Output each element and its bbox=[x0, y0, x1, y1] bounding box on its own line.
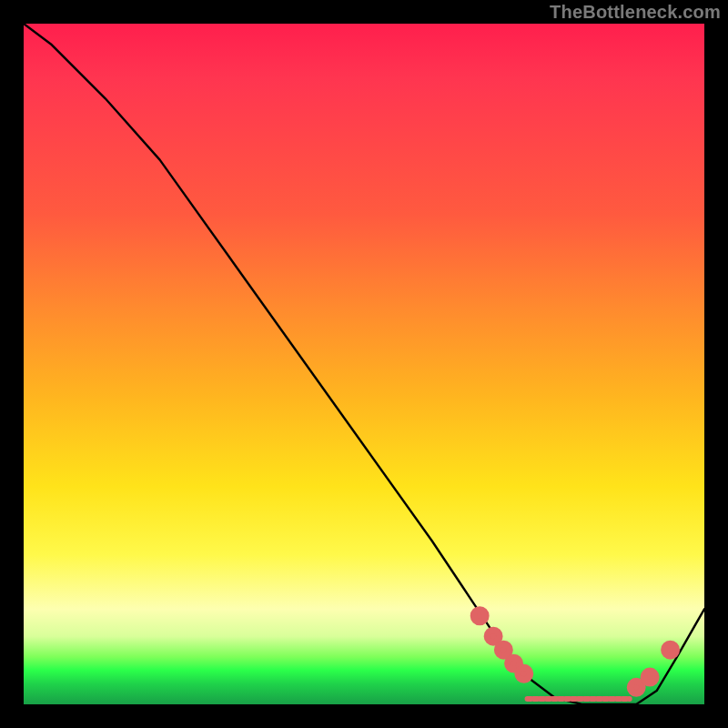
svg-point-2 bbox=[487, 630, 499, 642]
svg-point-3 bbox=[498, 643, 510, 655]
svg-point-6 bbox=[630, 682, 642, 693]
svg-point-7 bbox=[643, 671, 655, 682]
svg-point-5 bbox=[518, 668, 530, 680]
svg-point-8 bbox=[664, 643, 676, 655]
svg-point-1 bbox=[473, 610, 485, 622]
bottleneck-curve bbox=[24, 24, 704, 704]
optimal-range-dots bbox=[473, 610, 676, 693]
plot-area bbox=[24, 24, 704, 704]
chart-overlay bbox=[24, 24, 704, 704]
chart-frame: TheBottleneck.com bbox=[0, 0, 728, 728]
attribution-label: TheBottleneck.com bbox=[550, 2, 721, 23]
